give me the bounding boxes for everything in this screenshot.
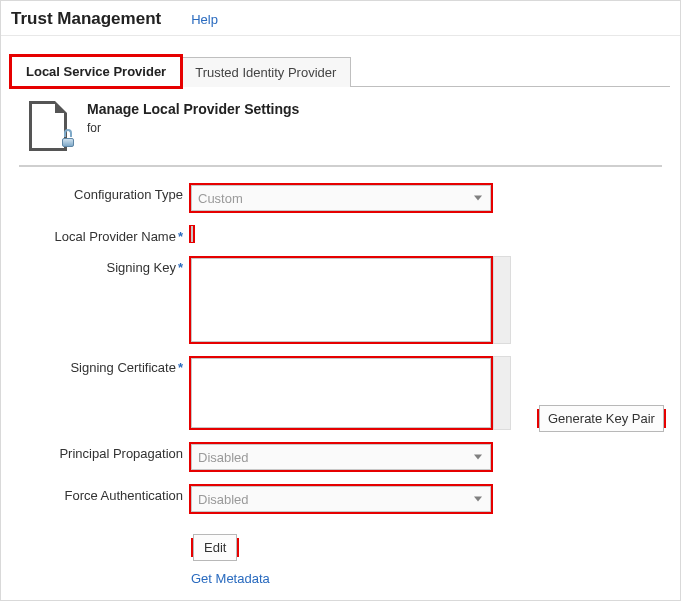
help-link[interactable]: Help bbox=[191, 12, 218, 27]
tab-label: Local Service Provider bbox=[26, 64, 166, 79]
page-title: Trust Management bbox=[11, 9, 161, 29]
local-provider-name-input[interactable] bbox=[191, 226, 193, 242]
tab-trusted-identity-provider[interactable]: Trusted Identity Provider bbox=[180, 57, 351, 87]
generate-key-pair-button[interactable]: Generate Key Pair bbox=[539, 405, 664, 432]
divider bbox=[19, 165, 662, 167]
signing-key-textarea[interactable] bbox=[191, 258, 491, 342]
tab-local-service-provider[interactable]: Local Service Provider bbox=[11, 56, 181, 87]
tab-label: Trusted Identity Provider bbox=[195, 65, 336, 80]
edit-button[interactable]: Edit bbox=[193, 534, 237, 561]
tab-strip: Local Service Provider Trusted Identity … bbox=[1, 36, 680, 87]
scrollbar[interactable] bbox=[493, 356, 511, 430]
signing-certificate-textarea[interactable] bbox=[191, 358, 491, 428]
chevron-down-icon bbox=[474, 455, 482, 460]
section-subtitle: for bbox=[87, 121, 299, 135]
configuration-type-select[interactable]: Custom bbox=[191, 185, 491, 211]
form: Configuration Type Custom Local Provider… bbox=[1, 183, 680, 601]
principal-propagation-select[interactable]: Disabled bbox=[191, 444, 491, 470]
chevron-down-icon bbox=[474, 196, 482, 201]
label-principal-propagation: Principal Propagation bbox=[13, 442, 189, 461]
label-force-authentication: Force Authentication bbox=[13, 484, 189, 503]
document-lock-icon bbox=[29, 101, 73, 151]
label-configuration-type: Configuration Type bbox=[13, 183, 189, 202]
label-signing-key: Signing Key* bbox=[13, 256, 189, 275]
section-title: Manage Local Provider Settings bbox=[87, 101, 299, 117]
section-header: Manage Local Provider Settings for bbox=[1, 87, 680, 161]
select-value: Disabled bbox=[198, 450, 249, 465]
scrollbar[interactable] bbox=[493, 256, 511, 344]
label-signing-certificate: Signing Certificate* bbox=[13, 356, 189, 375]
chevron-down-icon bbox=[474, 497, 482, 502]
select-value: Disabled bbox=[198, 492, 249, 507]
header: Trust Management Help bbox=[1, 1, 680, 36]
select-value: Custom bbox=[198, 191, 243, 206]
get-metadata-link[interactable]: Get Metadata bbox=[191, 571, 270, 586]
label-local-provider-name: Local Provider Name* bbox=[13, 225, 189, 244]
force-authentication-select[interactable]: Disabled bbox=[191, 486, 491, 512]
